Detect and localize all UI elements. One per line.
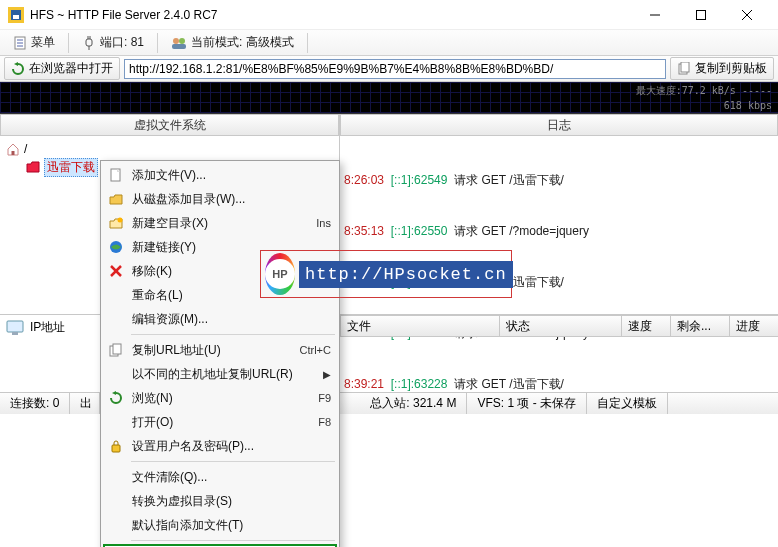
col-file[interactable]: 文件 [340, 315, 500, 337]
cm-to-virtual[interactable]: 转换为虚拟目录(S) [103, 489, 337, 513]
speed-graph: 最大速度:77.2 kB/s ----- 618 kbps [0, 82, 778, 114]
folder-icon [26, 160, 40, 174]
tree-root-label: / [24, 142, 27, 156]
cm-browse[interactable]: 浏览(N) F9 [103, 386, 337, 410]
copy-label: 复制到剪贴板 [695, 60, 767, 77]
cm-edit-resource[interactable]: 编辑资源(M)... [103, 307, 337, 331]
address-bar: 在浏览器中打开 复制到剪贴板 [0, 56, 778, 82]
col-remaining[interactable]: 剩余... [670, 315, 730, 337]
chevron-right-icon: ▶ [323, 369, 331, 380]
col-status[interactable]: 状态 [499, 315, 622, 337]
svg-rect-21 [7, 321, 23, 332]
svg-rect-2 [13, 15, 19, 19]
svg-rect-11 [86, 39, 92, 46]
page-icon [13, 36, 27, 50]
cm-add-folder-disk[interactable]: 从磁盘添加目录(W)... [103, 187, 337, 211]
speed-rate-label: 618 kbps [724, 100, 772, 111]
svg-rect-20 [12, 151, 15, 155]
window-titlebar: HFS ~ HTTP File Server 2.4.0 RC7 [0, 0, 778, 30]
new-folder-icon [107, 214, 125, 232]
monitor-icon [6, 320, 24, 336]
window-close-button[interactable] [724, 0, 770, 30]
app-icon [8, 7, 24, 23]
delete-icon [107, 262, 125, 280]
speed-max-label: 最大速度:77.2 kB/s ----- [636, 84, 772, 98]
refresh-icon [11, 62, 25, 76]
separator [68, 33, 69, 53]
status-template: 自定义模板 [587, 393, 668, 414]
globe-icon [107, 238, 125, 256]
transfer-table-header: 文件 状态 速度 剩余... 进度 [340, 315, 778, 392]
separator [307, 33, 308, 53]
users-icon [171, 36, 187, 50]
cm-new-empty-folder[interactable]: 新建空目录(X) Ins [103, 211, 337, 235]
log-line: 8:26:03 [::1]:62549 请求 GET /迅雷下载/ [344, 172, 774, 189]
watermark-overlay: HP http://HPsocket.cn [260, 250, 512, 298]
cm-copy-url[interactable]: 复制URL地址(U) Ctrl+C [103, 338, 337, 362]
url-input[interactable] [124, 59, 666, 79]
svg-point-15 [173, 38, 179, 44]
cm-add-file[interactable]: 添加文件(V)... [103, 163, 337, 187]
cm-open[interactable]: 打开(O) F8 [103, 410, 337, 434]
cm-set-user-pass[interactable]: 设置用户名及密码(P)... [103, 434, 337, 458]
svg-rect-29 [113, 344, 121, 354]
mode-button[interactable]: 当前模式: 高级模式 [164, 31, 301, 54]
open-in-browser-button[interactable]: 在浏览器中打开 [4, 57, 120, 80]
svg-point-24 [118, 218, 123, 223]
log-line: 8:35:13 [::1]:62550 请求 GET /?mode=jquery [344, 223, 774, 240]
log-panel-header: 日志 [340, 114, 778, 136]
svg-rect-22 [12, 332, 18, 335]
menu-button[interactable]: 菜单 [6, 31, 62, 54]
menubar: 菜单 端口: 81 当前模式: 高级模式 [0, 30, 778, 56]
home-icon [6, 142, 20, 156]
svg-rect-30 [112, 445, 120, 452]
status-vfs: VFS: 1 项 - 未保存 [467, 393, 587, 414]
status-out: 出 [70, 393, 100, 414]
port-label: 端口: 81 [100, 34, 144, 51]
menu-separator [131, 334, 335, 335]
cm-copy-url-diff-host[interactable]: 以不同的主机地址复制URL(R) ▶ [103, 362, 337, 386]
col-progress[interactable]: 进度 [729, 315, 778, 337]
ip-label: IP地址 [30, 319, 65, 336]
copy-to-clipboard-button[interactable]: 复制到剪贴板 [670, 57, 774, 80]
menu-separator [131, 540, 335, 541]
col-speed[interactable]: 速度 [621, 315, 671, 337]
menu-label: 菜单 [31, 34, 55, 51]
menu-separator [131, 461, 335, 462]
lock-icon [107, 437, 125, 455]
tree-root[interactable]: / [6, 140, 333, 158]
hp-url-label: http://HPsocket.cn [299, 261, 513, 288]
open-label: 在浏览器中打开 [29, 60, 113, 77]
cm-default-add[interactable]: 默认指向添加文件(T) [103, 513, 337, 537]
vfs-panel-header: 虚拟文件系统 [0, 114, 339, 136]
svg-rect-19 [681, 62, 689, 72]
copy-icon [107, 341, 125, 359]
window-title: HFS ~ HTTP File Server 2.4.0 RC7 [30, 8, 632, 22]
context-menu: 添加文件(V)... 从磁盘添加目录(W)... 新建空目录(X) Ins 新建… [100, 160, 340, 547]
folder-icon [107, 190, 125, 208]
svg-rect-4 [697, 10, 706, 19]
copy-icon [677, 62, 691, 76]
tree-item-label: 迅雷下载 [44, 158, 98, 177]
file-add-icon [107, 166, 125, 184]
port-button[interactable]: 端口: 81 [75, 31, 151, 54]
svg-point-16 [179, 38, 185, 44]
cm-purge[interactable]: 文件清除(Q)... [103, 465, 337, 489]
svg-rect-17 [172, 44, 186, 49]
plug-icon [82, 36, 96, 50]
status-total: 总入站: 321.4 M [360, 393, 467, 414]
window-minimize-button[interactable] [632, 0, 678, 30]
hp-logo-icon: HP [265, 253, 295, 295]
separator [157, 33, 158, 53]
refresh-icon [107, 389, 125, 407]
mode-label: 当前模式: 高级模式 [191, 34, 294, 51]
status-connections: 连接数: 0 [0, 393, 70, 414]
window-maximize-button[interactable] [678, 0, 724, 30]
